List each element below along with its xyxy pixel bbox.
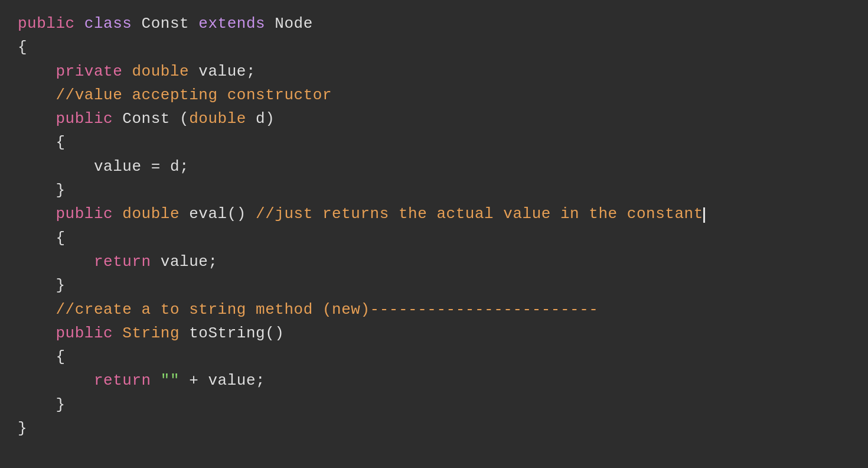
code-token: { [56,348,66,366]
code-token: } [56,181,66,199]
code-token: return [94,372,161,389]
code-token: //value accepting constructor [56,86,332,104]
code-token: } [56,396,66,414]
code-token [18,158,94,176]
code-token: Node [275,15,313,32]
code-token: double [189,110,256,128]
code-token: d) [256,110,275,128]
code-token: + value; [180,372,265,389]
code-token [18,253,94,271]
code-line: public double eval() //just returns the … [18,202,850,226]
code-token: { [18,38,27,56]
code-line: { [18,345,850,369]
code-line: //create a to string method (new)-------… [18,298,850,321]
code-token: private [56,63,132,80]
code-token: class [84,15,142,32]
code-line: value = d; [18,155,850,178]
code-line: } [18,178,850,202]
code-token: double [132,63,198,80]
code-token: toString() [189,324,284,342]
code-token [18,134,56,151]
code-token: extends [198,15,275,32]
code-token [18,86,56,104]
code-token [18,277,56,294]
code-line: public class Const extends Node [18,12,850,35]
code-token: value; [198,63,256,80]
code-token: //create a to string method (new)-------… [56,301,599,318]
code-token: } [18,420,27,437]
code-token [18,324,56,342]
code-line: private double value; [18,60,850,83]
code-token: value; [161,253,218,271]
code-line: return value; [18,250,850,274]
code-token: public [56,110,123,128]
code-line: { [18,131,850,154]
code-token: Const ( [122,110,189,128]
code-line: { [18,226,850,250]
code-token [18,205,56,223]
text-cursor [703,207,705,223]
code-block: public class Const extends Node{ private… [18,12,850,440]
code-line: //value accepting constructor [18,83,850,107]
code-token: public [18,15,84,32]
code-token: public [56,324,123,342]
code-token: double [122,205,189,223]
code-token [18,372,94,389]
code-token [18,63,56,80]
code-token: } [56,277,66,294]
code-token: Const [142,15,199,32]
code-token [18,181,56,199]
code-token: public [56,205,123,223]
code-token: eval() [189,205,256,223]
code-token: { [56,134,66,151]
code-token: //just returns the actual value in the c… [256,205,703,223]
code-editor: public class Const extends Node{ private… [0,0,868,468]
code-line: public String toString() [18,321,850,345]
code-token [18,301,56,318]
code-token: value = d; [94,158,189,176]
code-line: public Const (double d) [18,107,850,131]
code-line: } [18,274,850,297]
code-token: "" [161,372,180,389]
code-line: { [18,35,850,59]
code-line: } [18,417,850,440]
code-line: } [18,393,850,417]
code-line: return "" + value; [18,369,850,392]
code-token [18,110,56,128]
code-token: { [56,229,66,247]
code-token: return [94,253,161,271]
code-token [18,348,56,366]
code-token: String [122,324,189,342]
code-token [18,229,56,247]
code-token [18,396,56,414]
